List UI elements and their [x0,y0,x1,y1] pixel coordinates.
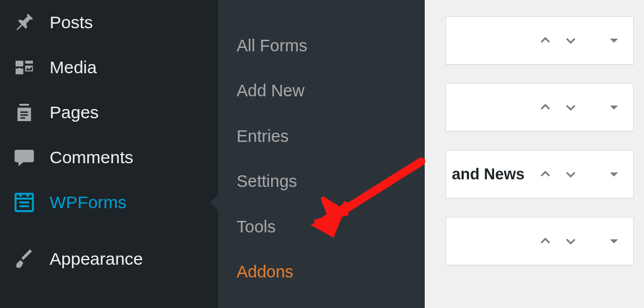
divider [592,29,593,51]
pages-icon [12,100,37,125]
sidebar-item-label: WPForms [50,193,211,212]
caret-down-icon[interactable] [606,167,621,182]
sidebar-item-label: Media [50,58,211,77]
dashboard-widget[interactable] [445,83,634,132]
media-icon [12,55,37,80]
submenu-label: Entries [237,127,289,145]
submenu-label: Add New [237,81,305,100]
widget-controls [538,96,621,118]
submenu-item-all-forms[interactable]: All Forms [218,23,425,68]
divider [592,96,593,118]
chevron-down-icon[interactable] [563,234,578,249]
sidebar-item-label: Comments [50,148,211,167]
dashboard-widget[interactable] [445,16,634,65]
pin-icon [12,10,37,35]
widget-controls [538,230,621,252]
wpforms-submenu: All Forms Add New Entries Settings Tools… [218,0,425,308]
sidebar-item-label: Posts [50,13,211,32]
caret-down-icon[interactable] [606,100,621,115]
chevron-down-icon[interactable] [563,100,578,115]
submenu-item-add-new[interactable]: Add New [218,68,425,113]
comment-icon [12,145,37,170]
submenu-item-analytics[interactable]: Analytics [218,294,425,308]
chevron-up-icon[interactable] [538,234,553,249]
dashboard-widget[interactable]: and News [445,150,634,198]
widget-controls [538,163,621,185]
dashboard-content: and News [425,0,644,308]
admin-sidebar: Posts Media Pages Comments WPForms Appea… [0,0,218,308]
sidebar-item-comments[interactable]: Comments [0,135,218,180]
submenu-item-tools[interactable]: Tools [218,204,425,249]
sidebar-item-media[interactable]: Media [0,45,218,90]
submenu-label: Addons [237,262,293,281]
submenu-label: Tools [237,217,276,236]
submenu-item-addons[interactable]: Addons [218,249,425,294]
submenu-label: All Forms [237,36,307,55]
sidebar-item-label: Appearance [50,249,211,269]
widget-title: and News [446,166,538,183]
caret-down-icon[interactable] [606,33,621,48]
chevron-up-icon[interactable] [538,167,553,182]
submenu-item-settings[interactable]: Settings [218,159,425,204]
chevron-up-icon[interactable] [538,33,553,48]
sidebar-item-appearance[interactable]: Appearance [0,236,218,281]
divider [592,230,593,252]
brush-icon [12,246,37,272]
wpforms-icon [12,190,37,215]
widget-controls [538,29,621,51]
sidebar-item-posts[interactable]: Posts [0,0,218,45]
submenu-item-entries[interactable]: Entries [218,114,425,159]
chevron-down-icon[interactable] [563,167,578,182]
caret-down-icon[interactable] [606,234,621,249]
divider [592,163,593,185]
menu-separator [0,225,218,236]
dashboard-widget[interactable] [445,217,634,265]
submenu-label: Settings [237,172,297,190]
sidebar-item-label: Pages [50,103,211,122]
chevron-up-icon[interactable] [538,100,553,115]
sidebar-item-wpforms[interactable]: WPForms [0,180,218,225]
sidebar-item-pages[interactable]: Pages [0,90,218,135]
chevron-down-icon[interactable] [563,33,578,48]
